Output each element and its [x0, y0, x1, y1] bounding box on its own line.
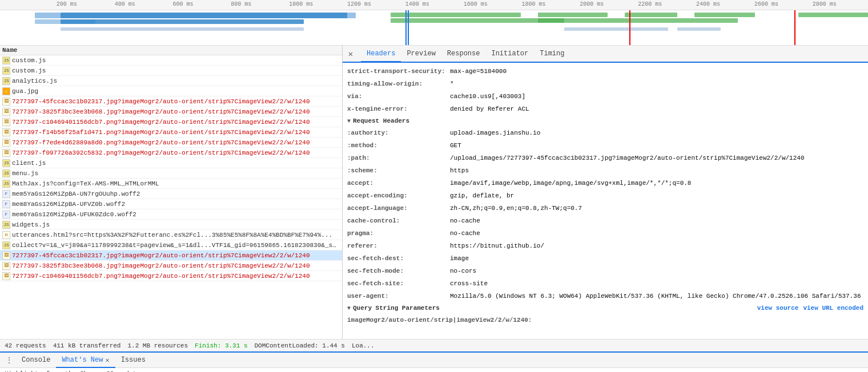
- list-body[interactable]: JScustom.jsJScustom.jsJSanalytics.js⚠gua…: [0, 55, 342, 339]
- list-item[interactable]: JScustom.js: [0, 66, 342, 76]
- list-item[interactable]: 🖼7277397-c10469401156dcb7.png?imageMogr2…: [0, 271, 342, 281]
- header-name: cache-control:: [347, 216, 450, 226]
- file-name: gua.jpg: [12, 88, 38, 95]
- list-item[interactable]: 🖼7277397-c10469401156dcb7.png?imageMogr2…: [0, 117, 342, 127]
- timeline-tick: 1800 ms: [522, 1, 546, 7]
- header-value: no-cors: [450, 266, 476, 276]
- header-value: no-cache: [450, 228, 480, 238]
- list-item[interactable]: JScustom.js: [0, 55, 342, 66]
- list-header: Name: [0, 46, 342, 55]
- header-name: timing-allow-origin:: [347, 79, 450, 89]
- header-value: cache10.us9[,403003]: [450, 91, 525, 102]
- list-item[interactable]: 🖼7277397-f7ede4d62889a8d0.png?imageMogr2…: [0, 138, 342, 148]
- header-value: gzip, deflate, br: [450, 191, 514, 201]
- header-name: referer:: [347, 241, 450, 251]
- header-name: accept-encoding:: [347, 191, 450, 201]
- bottom-tab-what's-new[interactable]: What's New ✕: [56, 353, 115, 368]
- file-type-icon: 🖼: [2, 149, 10, 157]
- details-tabs: ✕ Headers Preview Response Initiator Tim…: [343, 46, 868, 63]
- bottom-menu-icon[interactable]: ⋮: [2, 353, 16, 367]
- list-item[interactable]: JSMathJax.js?config=TeX-AMS-MML_HTMLorMM…: [0, 179, 342, 189]
- request-header-row: sec-fetch-site:cross-site: [343, 277, 868, 290]
- timeline-tick: 2200 ms: [638, 1, 662, 7]
- timeline-tick: 2600 ms: [754, 1, 778, 7]
- tab-timing[interactable]: Timing: [534, 46, 570, 62]
- header-value: https://bitnut.github.io/: [450, 241, 544, 251]
- tab-preview[interactable]: Preview: [401, 46, 441, 62]
- section-actions: view sourceview URL encoded: [757, 305, 863, 312]
- query-action-link[interactable]: view source: [757, 305, 799, 312]
- timeline-tick: 1000 ms: [289, 1, 313, 7]
- header-value: zh-CN,zh;q=0.9,en;q=0.8,zh-TW;q=0.7: [450, 203, 582, 213]
- header-value: cross-site: [450, 278, 488, 289]
- file-type-icon: JS: [2, 241, 10, 249]
- query-action-link[interactable]: view URL encoded: [803, 305, 863, 312]
- file-type-icon: 🖼: [2, 252, 10, 260]
- response-header-row: x-tengine-error:denied by Referer ACL: [343, 103, 868, 115]
- list-item[interactable]: 🖼7277397-45fccac3c1b02317.jpg?imageMogr2…: [0, 96, 342, 107]
- list-item[interactable]: Fmem5YaGs126MiZpBA-UN7rgOUuhp.woff2: [0, 189, 342, 199]
- tab-headers[interactable]: Headers: [361, 46, 401, 62]
- list-item[interactable]: 🖼7277397-f14b56f25af1d471.png?imageMogr2…: [0, 127, 342, 138]
- collapse-triangle: ▼: [347, 305, 351, 312]
- request-header-row: :authority:upload-images.jianshu.io: [343, 127, 868, 139]
- query-section-header[interactable]: ▼Query String Parametersview sourceview …: [343, 302, 868, 314]
- file-type-icon: F: [2, 211, 10, 219]
- file-type-icon: JS: [2, 159, 10, 167]
- list-item[interactable]: JSanalytics.js: [0, 76, 342, 86]
- details-content: strict-transport-security:max-age=518400…: [343, 63, 868, 339]
- file-name: 7277397-f14b56f25af1d471.png?imageMogr2/…: [12, 129, 310, 136]
- header-name: :method:: [347, 140, 450, 151]
- file-type-icon: F: [2, 200, 10, 208]
- file-type-icon: H: [2, 231, 10, 239]
- file-type-icon: JS: [2, 67, 10, 75]
- header-name: accept-language:: [347, 203, 450, 213]
- list-item[interactable]: JSclient.js: [0, 158, 342, 168]
- request-header-row: cache-control:no-cache: [343, 215, 868, 227]
- list-item[interactable]: 🖼7277397-3825f3bc3ee3b068.jpg?imageMogr2…: [0, 261, 342, 271]
- request-headers-section[interactable]: ▼Request Headers: [343, 115, 868, 127]
- file-type-icon: ⚠: [2, 87, 10, 95]
- tab-response[interactable]: Response: [441, 46, 486, 62]
- request-header-row: :path:/upload_images/7277397-45fccac3c1b…: [343, 152, 868, 164]
- highlights-bar: Highlights from the Chrome 89 update: [0, 367, 868, 372]
- section-title: Request Headers: [353, 118, 409, 124]
- file-type-icon: 🖼: [2, 139, 10, 147]
- file-name: MathJax.js?config=TeX-AMS-MML_HTMLorMML: [12, 180, 159, 187]
- list-item[interactable]: 🖼7277397-f097726a392c5832.png?imageMogr2…: [0, 148, 342, 158]
- header-value: max-age=5184000: [450, 66, 507, 76]
- header-value: https: [450, 165, 469, 176]
- timeline-tick: 1400 ms: [405, 1, 429, 7]
- bottom-tab-issues[interactable]: Issues: [115, 353, 151, 367]
- header-name: sec-fetch-mode:: [347, 266, 450, 276]
- list-item[interactable]: Fmem8YaGs126MiZpBA-UFVZ0b.woff2: [0, 199, 342, 209]
- timeline-tick: 1200 ms: [347, 1, 371, 7]
- file-type-icon: 🖼: [2, 98, 10, 106]
- list-item[interactable]: JSwidgets.js: [0, 220, 342, 230]
- list-item[interactable]: 🖼7277397-45fccac3c1b02317.jpg?imageMogr2…: [0, 250, 342, 261]
- request-header-row: user-agent:Mozilla/5.0 (Windows NT 6.3; …: [343, 290, 868, 302]
- list-item[interactable]: 🖼7277397-3825f3bc3ee3b068.jpg?imageMogr2…: [0, 107, 342, 117]
- bottom-tab-label: Issues: [121, 356, 146, 364]
- bottom-tab-console[interactable]: Console: [16, 353, 56, 367]
- close-button[interactable]: ✕: [345, 48, 356, 59]
- list-item[interactable]: Hutterances.html?src=https%3A%2F%2Futter…: [0, 230, 342, 240]
- request-header-row: accept:image/avif,image/webp,image/apng,…: [343, 177, 868, 189]
- list-item[interactable]: JScollect?v=1&_v=j89&a=1178999238&t=page…: [0, 240, 342, 250]
- list-item[interactable]: JSmenu.js: [0, 168, 342, 179]
- file-type-icon: JS: [2, 56, 10, 64]
- tab-initiator[interactable]: Initiator: [485, 46, 534, 62]
- bottom-tab-label: Console: [22, 356, 50, 364]
- request-header-row: sec-fetch-dest:image: [343, 252, 868, 265]
- header-name: pragma:: [347, 228, 450, 238]
- bottom-tab-close-icon[interactable]: ✕: [105, 356, 109, 365]
- file-name: 7277397-45fccac3c1b02317.jpg?imageMogr2/…: [12, 252, 310, 259]
- list-item[interactable]: ⚠gua.jpg: [0, 86, 342, 96]
- file-type-icon: JS: [2, 169, 10, 177]
- header-name: :authority:: [347, 128, 450, 138]
- file-name: 7277397-c10469401156dcb7.png?imageMogr2/…: [12, 119, 310, 126]
- list-item[interactable]: Fmem6YaGs126MiZpBA-UFUK0Zdc0.woff2: [0, 209, 342, 220]
- file-type-icon: 🖼: [2, 262, 10, 270]
- header-name: :scheme:: [347, 165, 450, 176]
- finish-time: Finish: 3.31 s: [195, 342, 247, 349]
